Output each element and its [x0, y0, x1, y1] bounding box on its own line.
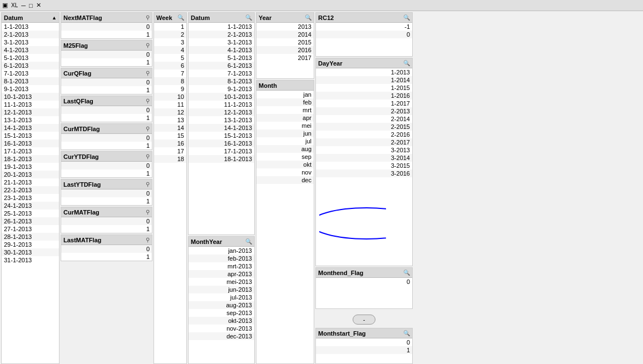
datum-row[interactable]: 10-1-2013 [2, 93, 59, 101]
flag-row[interactable]: 0 [61, 190, 152, 197]
datum-row[interactable]: 26-1-2013 [2, 217, 59, 225]
dayyear-row[interactable]: 2-2016 [316, 131, 412, 138]
monthend-row[interactable]: 0 [316, 278, 412, 286]
dayyear-row[interactable]: 1-2013 [316, 68, 412, 76]
datum-body[interactable]: 1-1-20132-1-20133-1-20134-1-20135-1-2013… [2, 23, 59, 363]
monthyear-row[interactable]: jan-2013 [189, 247, 254, 255]
week-row[interactable]: 5 [154, 54, 186, 62]
datum-row[interactable]: 4-1-2013 [2, 46, 59, 54]
week-search-icon[interactable]: 🔍 [177, 14, 184, 21]
datum-row[interactable]: 30-1-2013 [2, 248, 59, 256]
monthyear-search-icon[interactable]: 🔍 [245, 238, 252, 245]
monthyear-row[interactable]: mei-2013 [189, 278, 254, 286]
datum2-row[interactable]: 2-1-2013 [189, 31, 254, 38]
monthstart-row[interactable]: 0 [316, 338, 412, 346]
datum-row[interactable]: 23-1-2013 [2, 194, 59, 202]
datum-row[interactable]: 13-1-2013 [2, 116, 59, 124]
flag-search-icon[interactable]: ⚲ [146, 70, 150, 76]
datum-row[interactable]: 24-1-2013 [2, 202, 59, 210]
datum2-row[interactable]: 17-1-2013 [189, 147, 254, 155]
month-row[interactable]: jul [256, 137, 314, 145]
datum-row[interactable]: 6-1-2013 [2, 62, 59, 69]
flag-row[interactable]: 0 [61, 78, 152, 86]
datum2-row[interactable]: 16-1-2013 [189, 139, 254, 147]
datum2-row[interactable]: 5-1-2013 [189, 54, 254, 62]
flag-search-icon[interactable]: ⚲ [146, 14, 150, 21]
month-row[interactable]: aug [256, 145, 314, 153]
datum-row[interactable]: 31-1-2013 [2, 256, 59, 264]
year-row[interactable]: 2016 [256, 46, 314, 54]
rc12-row[interactable]: -1 [316, 23, 412, 31]
datum-row[interactable]: 7-1-2013 [2, 69, 59, 77]
datum-row[interactable]: 8-1-2013 [2, 77, 59, 85]
flag-search-icon[interactable]: ⚲ [146, 98, 150, 104]
week-row[interactable]: 13 [154, 116, 186, 124]
week-row[interactable]: 8 [154, 77, 186, 85]
dayyear-search-icon[interactable]: 🔍 [403, 60, 410, 66]
datum-sort-icon[interactable]: ▲ [52, 15, 57, 21]
maximize-icon[interactable]: □ [29, 2, 33, 9]
datum-row[interactable]: 5-1-2013 [2, 54, 59, 62]
flag-search-icon[interactable]: ⚲ [146, 209, 150, 215]
month-row[interactable]: jun [256, 129, 314, 137]
flag-row[interactable]: 1 [61, 169, 152, 177]
monthyear-row[interactable]: jun-2013 [189, 286, 254, 293]
flag-row[interactable]: 1 [61, 142, 152, 149]
week-row[interactable]: 9 [154, 85, 186, 93]
month-row[interactable]: okt [256, 161, 314, 168]
week-row[interactable]: 2 [154, 31, 186, 38]
dayyear-row[interactable]: 1-2016 [316, 92, 412, 99]
monthstart-body[interactable]: 01 [316, 338, 412, 363]
dayyear-row[interactable]: 2-2014 [316, 115, 412, 123]
datum-row[interactable]: 20-1-2013 [2, 171, 59, 178]
grid-icon[interactable]: ▣ [2, 2, 8, 9]
close-icon[interactable]: ✕ [36, 2, 41, 9]
monthyear-row[interactable]: okt-2013 [189, 317, 254, 325]
datum-row[interactable]: 17-1-2013 [2, 147, 59, 155]
datum-row[interactable]: 28-1-2013 [2, 233, 59, 241]
datum2-row[interactable]: 7-1-2013 [189, 69, 254, 77]
flag-row[interactable]: 1 [61, 31, 152, 38]
flag-row[interactable]: 1 [61, 86, 152, 94]
dayyear-body[interactable]: 1-20131-20141-20151-20161-20172-20132-20… [316, 68, 412, 266]
flag-search-icon[interactable]: ⚲ [146, 237, 150, 243]
flag-row[interactable]: 1 [61, 197, 152, 205]
dayyear-row[interactable]: 3-2014 [316, 154, 412, 162]
monthyear-row[interactable]: nov-2013 [189, 325, 254, 332]
datum2-row[interactable]: 12-1-2013 [189, 108, 254, 116]
dayyear-row[interactable]: 2-2015 [316, 123, 412, 131]
datum-row[interactable]: 27-1-2013 [2, 225, 59, 233]
flag-search-icon[interactable]: ⚲ [146, 153, 150, 159]
flag-row[interactable]: 1 [61, 58, 152, 66]
flag-row[interactable]: 0 [61, 51, 152, 58]
datum-row[interactable]: 21-1-2013 [2, 178, 59, 186]
month-row[interactable]: dec [256, 176, 314, 184]
flag-row[interactable]: 1 [61, 114, 152, 122]
dash-button[interactable]: - [353, 315, 376, 325]
monthyear-row[interactable]: feb-2013 [189, 255, 254, 262]
datum-row[interactable]: 12-1-2013 [2, 108, 59, 116]
month-row[interactable]: mrt [256, 106, 314, 114]
week-row[interactable]: 11 [154, 101, 186, 108]
monthyear-row[interactable]: mrt-2013 [189, 262, 254, 270]
flag-row[interactable]: 0 [61, 23, 152, 31]
dayyear-row[interactable]: 3-2016 [316, 169, 412, 177]
dayyear-row[interactable]: 1-2017 [316, 99, 412, 107]
datum-row[interactable]: 1-1-2013 [2, 23, 59, 31]
monthyear-row[interactable]: aug-2013 [189, 301, 254, 309]
monthstart-row[interactable]: 1 [316, 346, 412, 354]
month-row[interactable]: feb [256, 98, 314, 106]
datum-row[interactable]: 18-1-2013 [2, 155, 59, 163]
monthyear-row[interactable]: dec-2013 [189, 332, 254, 340]
datum2-row[interactable]: 6-1-2013 [189, 62, 254, 69]
month-row[interactable]: nov [256, 168, 314, 176]
flag-row[interactable]: 0 [61, 134, 152, 142]
datum2-body[interactable]: 1-1-20132-1-20133-1-20134-1-20135-1-2013… [189, 23, 254, 235]
month-row[interactable]: sep [256, 153, 314, 161]
monthend-search-icon[interactable]: 🔍 [403, 270, 410, 276]
week-row[interactable]: 17 [154, 147, 186, 155]
datum-row[interactable]: 29-1-2013 [2, 241, 59, 248]
monthyear-row[interactable]: sep-2013 [189, 309, 254, 317]
datum-row[interactable]: 9-1-2013 [2, 85, 59, 93]
month-row[interactable]: apr [256, 114, 314, 122]
